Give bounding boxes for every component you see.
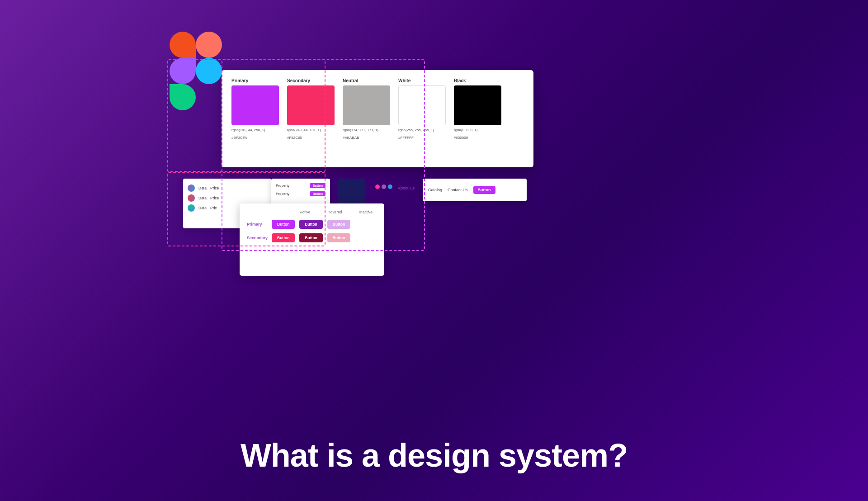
swatch-primary-box [231, 85, 279, 125]
cell-price-1: Price [210, 186, 219, 190]
avatar [188, 194, 195, 202]
avatar [188, 204, 195, 212]
swatch-black-rgba: rgba(0, 0, 0, 1) [454, 128, 501, 133]
swatch-black-box [454, 85, 501, 125]
swatch-primary-hex: #BF2CFA [231, 136, 279, 140]
swatch-secondary-box [287, 85, 335, 125]
table-row: Data Price [188, 193, 267, 203]
color-swatches: Primary rgba(191, 44, 250, 1) #BF2CFA Se… [231, 78, 524, 140]
nav-button[interactable]: Button [473, 186, 495, 194]
property-row-1: Property Button [276, 183, 326, 188]
dot-3 [388, 184, 392, 189]
figma-shape-purple [170, 58, 196, 84]
secondary-hovered-btn[interactable]: Button [299, 233, 322, 242]
figma-shape-red [170, 32, 196, 58]
nav-contact[interactable]: Contact Us [448, 188, 468, 192]
about-us-text: About Us [398, 186, 415, 190]
primary-inactive-btn[interactable]: Button [327, 220, 350, 229]
swatch-neutral-hex: #AEABAB [343, 136, 390, 140]
secondary-btn-row: Secondary Button Button Button [247, 233, 377, 242]
cell-label-3: Data [198, 206, 207, 210]
about-us-link[interactable]: About Us [398, 183, 415, 191]
secondary-row-label: Secondary [247, 236, 272, 240]
swatch-black-label: Black [454, 78, 501, 83]
header-inactive: Inactive [359, 210, 373, 214]
swatch-secondary-hex: #F82C65 [287, 136, 335, 140]
swatch-black: Black rgba(0, 0, 0, 1) #000000 [454, 78, 501, 140]
swatch-white-rgba: rgba(255, 255, 255, 1) [398, 128, 446, 133]
header-active: Active [300, 210, 310, 214]
heading-text: What is a design system? [0, 437, 868, 474]
swatch-white-hex: #FFFFFF [398, 136, 446, 140]
main-heading: What is a design system? [0, 437, 868, 474]
swatch-primary-label: Primary [231, 78, 279, 83]
btn-states-header: Active Hovered Inactive [247, 210, 377, 214]
primary-active-btn[interactable]: Button [272, 220, 295, 229]
figma-shape-green [170, 84, 196, 110]
button-states-panel: Active Hovered Inactive Primary Button B… [240, 203, 384, 276]
dot-1 [375, 184, 380, 189]
swatch-black-hex: #000000 [454, 136, 501, 140]
color-panel: Primary rgba(191, 44, 250, 1) #BF2CFA Se… [222, 70, 533, 167]
swatch-white: White rgba(255, 255, 255, 1) #FFFFFF [398, 78, 446, 140]
avatar [188, 184, 195, 192]
table-row: Data Price [188, 183, 267, 193]
property-button-1[interactable]: Button [310, 183, 326, 188]
swatch-neutral-label: Neutral [343, 78, 390, 83]
figma-shape-blue [196, 58, 222, 84]
property-button-2[interactable]: Button [310, 191, 326, 196]
swatch-white-box [398, 85, 446, 125]
swatch-neutral: Neutral rgba(174, 171, 171, 1) #AEABAB [343, 78, 390, 140]
swatch-primary-rgba: rgba(191, 44, 250, 1) [231, 128, 279, 133]
property-label-1: Property [276, 184, 289, 188]
swatch-white-label: White [398, 78, 446, 83]
dots-row [375, 184, 392, 189]
cell-price-2: Price [210, 196, 219, 200]
cell-label-1: Data [198, 186, 207, 190]
dot-2 [382, 184, 386, 189]
cell-label-2: Data [198, 196, 207, 200]
cell-price-3: Pric [210, 206, 217, 210]
header-hovered: Hovered [328, 210, 342, 214]
figma-logo [170, 32, 222, 110]
secondary-active-btn[interactable]: Button [272, 233, 295, 242]
swatch-neutral-box [343, 85, 390, 125]
secondary-btn-states: Button Button Button [272, 233, 350, 242]
swatch-primary: Primary rgba(191, 44, 250, 1) #BF2CFA [231, 78, 279, 140]
property-row-2: Property Button [276, 191, 326, 196]
property-label-2: Property [276, 192, 289, 196]
swatch-secondary-label: Secondary [287, 78, 335, 83]
primary-hovered-btn[interactable]: Button [299, 220, 322, 229]
secondary-inactive-btn[interactable]: Button [327, 233, 350, 242]
primary-row-label: Primary [247, 222, 272, 227]
nav-panel: Catalog Contact Us Button [423, 179, 527, 201]
figma-shape-pink [196, 32, 222, 58]
nav-catalog[interactable]: Catalog [428, 188, 442, 192]
primary-btn-states: Button Button Button [272, 220, 350, 229]
swatch-secondary: Secondary rgba(248, 44, 101, 1) #F82C65 [287, 78, 335, 140]
primary-btn-row: Primary Button Button Button [247, 220, 377, 229]
swatch-secondary-rgba: rgba(248, 44, 101, 1) [287, 128, 335, 133]
swatch-neutral-rgba: rgba(174, 171, 171, 1) [343, 128, 390, 133]
